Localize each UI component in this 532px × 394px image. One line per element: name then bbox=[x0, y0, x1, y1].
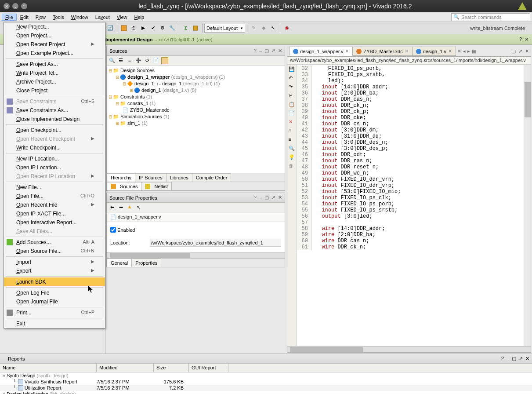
help-icon[interactable]: ? bbox=[254, 195, 257, 201]
minimize-icon[interactable]: – bbox=[507, 356, 509, 361]
menu-item-new-ip-location-[interactable]: New IP Location... bbox=[4, 154, 105, 163]
bulb-icon[interactable]: 💡 bbox=[289, 154, 296, 161]
forward-icon[interactable]: ➡ bbox=[117, 204, 124, 211]
menu-item-save-constraints[interactable]: Save ConstraintsCtrl+S bbox=[4, 97, 105, 106]
location-field[interactable]: /w/Workspace/zybo_examples/led_flash_zyn… bbox=[150, 239, 281, 247]
help-icon[interactable]: ? bbox=[254, 48, 257, 54]
menu-help[interactable]: Help bbox=[131, 14, 148, 21]
menu-item-open-interactive-report-[interactable]: Open Interactive Report... bbox=[4, 218, 105, 227]
help-icon[interactable]: ? bbox=[501, 356, 504, 361]
prev-tab-icon[interactable]: ◂ bbox=[463, 48, 466, 54]
sigma-icon[interactable]: Σ bbox=[182, 24, 190, 32]
tab-compile-order[interactable]: Compile Order bbox=[192, 173, 232, 182]
menu-layout[interactable]: Layout bbox=[92, 14, 113, 21]
refresh-icon[interactable]: 🔄 bbox=[106, 24, 114, 32]
menu-file[interactable]: File bbox=[2, 14, 17, 21]
help-icon[interactable]: ◉ bbox=[283, 24, 291, 32]
editor-content[interactable]: 32 FIXED_IO_ps_porb,33 FIXED_IO_ps_srstb… bbox=[297, 65, 524, 346]
restore-icon[interactable]: ▢ bbox=[264, 48, 269, 54]
sources-tree[interactable]: ⊟📁 Design Sources ⊟🔵 design_1_wrapper (d… bbox=[107, 66, 285, 173]
delete-icon[interactable]: ✕ bbox=[289, 119, 296, 126]
close-icon[interactable]: ✕ bbox=[525, 48, 529, 54]
tab-netlist[interactable]: Netlist bbox=[141, 182, 172, 190]
editor-tab[interactable]: ZYBO_Master.xdc✕ bbox=[352, 47, 412, 56]
menu-edit[interactable]: Edit bbox=[17, 14, 32, 21]
menu-item-archive-project-[interactable]: Archive Project... bbox=[4, 77, 105, 86]
menu-item-open-recent-ip-location[interactable]: Open Recent IP Location▶ bbox=[4, 172, 105, 181]
minimize-icon[interactable]: – bbox=[259, 195, 262, 201]
gear-icon[interactable]: ⚙ bbox=[159, 24, 166, 32]
editor-hscroll[interactable] bbox=[287, 346, 531, 352]
menu-item-open-file-[interactable]: Open File...Ctrl+O bbox=[4, 192, 105, 201]
menu-item-open-project-[interactable]: Open Project... bbox=[4, 31, 105, 40]
vertical-scrollbar[interactable] bbox=[524, 65, 531, 346]
col-name[interactable]: Name bbox=[0, 364, 97, 372]
tab-list-icon[interactable]: ▦ bbox=[472, 48, 476, 54]
close-icon[interactable]: ✕ bbox=[345, 48, 349, 54]
restore-icon[interactable]: ▢ bbox=[512, 356, 516, 361]
menu-item-write-project-tcl-[interactable]: Write Project Tcl... bbox=[4, 69, 105, 77]
report-item[interactable]: └ Utilization Report7/5/16 2:37 PM7.2 KB bbox=[0, 385, 532, 391]
tab-hierarchy[interactable]: Hierarchy bbox=[107, 173, 135, 182]
check-icon[interactable]: ✔ bbox=[149, 24, 157, 32]
menu-item-save-constraints-as-[interactable]: Save Constraints As... bbox=[4, 106, 105, 115]
add-icon[interactable]: ➕ bbox=[135, 57, 142, 64]
menu-item-open-journal-file[interactable]: Open Journal File bbox=[4, 297, 105, 306]
report-item[interactable]: └ Vivado Synthesis Report7/5/16 2:37 PM1… bbox=[0, 379, 532, 385]
menu-item-close-project[interactable]: Close Project bbox=[4, 86, 105, 95]
play-icon[interactable]: ▶ bbox=[139, 24, 147, 32]
pointer-icon[interactable]: ↖ bbox=[135, 204, 142, 211]
report-group[interactable]: ⊖ Design Initialization (init_design) bbox=[0, 391, 532, 394]
menu-view[interactable]: View bbox=[113, 14, 131, 21]
next-tab-icon[interactable]: ▸ bbox=[467, 48, 470, 54]
search-icon[interactable]: 🔍 bbox=[289, 146, 296, 153]
enabled-checkbox[interactable] bbox=[110, 227, 116, 233]
menu-item-open-recent-project[interactable]: Open Recent Project▶ bbox=[4, 40, 105, 49]
format-icon[interactable]: ≡ bbox=[289, 137, 296, 144]
menu-item-save-project-as-[interactable]: Save Project As... bbox=[4, 60, 105, 69]
cut-icon[interactable]: ✂ bbox=[289, 93, 296, 100]
maximize-icon[interactable]: ↗ bbox=[271, 195, 275, 201]
maximize-icon[interactable]: ↗ bbox=[271, 48, 275, 54]
arrow-icon[interactable]: ↖ bbox=[269, 24, 277, 32]
close-all-icon[interactable]: ✕ bbox=[457, 48, 461, 54]
col-size[interactable]: Size bbox=[154, 364, 189, 372]
close-icon[interactable]: ✕ bbox=[525, 356, 529, 361]
search-input[interactable]: 🔍 Search commands bbox=[451, 13, 530, 21]
col-gui[interactable]: GUI Report bbox=[189, 364, 228, 372]
refresh-icon[interactable]: ⟳ bbox=[144, 57, 151, 64]
col-modified[interactable]: Modified bbox=[97, 364, 154, 372]
paste-icon[interactable]: 📄 bbox=[289, 110, 296, 117]
close-icon[interactable]: ✕ bbox=[278, 195, 282, 201]
tab-libraries[interactable]: Libraries bbox=[166, 173, 192, 182]
tab-general[interactable]: General bbox=[107, 259, 132, 267]
close-icon[interactable]: ✕ bbox=[278, 48, 282, 54]
menu-flow[interactable]: Flow bbox=[32, 14, 49, 21]
editor-tab[interactable]: design_1.v✕ bbox=[412, 47, 456, 56]
comment-icon[interactable]: // bbox=[289, 128, 296, 135]
copy-icon[interactable]: 📋 bbox=[289, 102, 296, 109]
menu-item-open-ip-location-[interactable]: Open IP Location... bbox=[4, 163, 105, 172]
flow-program-debug[interactable]: Program and Debug bbox=[11, 347, 54, 347]
tab-sources[interactable]: Sources bbox=[107, 182, 141, 190]
menu-item-exit[interactable]: Exit bbox=[4, 319, 105, 328]
menu-item-open-recent-file[interactable]: Open Recent File▶ bbox=[4, 201, 105, 209]
undo-icon[interactable]: ↶ bbox=[289, 75, 296, 82]
wrench-icon[interactable]: 🔧 bbox=[168, 24, 176, 32]
diamond-icon[interactable]: ◆ bbox=[260, 24, 268, 32]
menu-item-new-file-[interactable]: New File... bbox=[4, 183, 105, 192]
restore-icon[interactable]: ▢ bbox=[264, 195, 269, 201]
back-icon[interactable]: ⬅ bbox=[109, 204, 116, 211]
menu-item-open-example-project-[interactable]: Open Example Project... bbox=[4, 49, 105, 58]
editor-tab[interactable]: design_1_wrapper.v✕ bbox=[289, 47, 353, 56]
menu-item-open-recent-checkpoint[interactable]: Open Recent Checkpoint▶ bbox=[4, 135, 105, 143]
chip-icon[interactable] bbox=[192, 24, 199, 32]
chevron-down-icon[interactable]: ⌄ bbox=[12, 3, 18, 9]
layout-select[interactable]: Default Layout bbox=[204, 24, 245, 33]
redo-icon[interactable]: ↷ bbox=[289, 84, 296, 91]
close-icon[interactable]: ✕ bbox=[525, 36, 528, 42]
maximize-icon[interactable]: ↗ bbox=[519, 356, 523, 361]
help-icon[interactable]: ? bbox=[519, 36, 522, 42]
clock-icon[interactable]: ⏱ bbox=[130, 24, 138, 32]
run-icon[interactable] bbox=[120, 24, 128, 32]
